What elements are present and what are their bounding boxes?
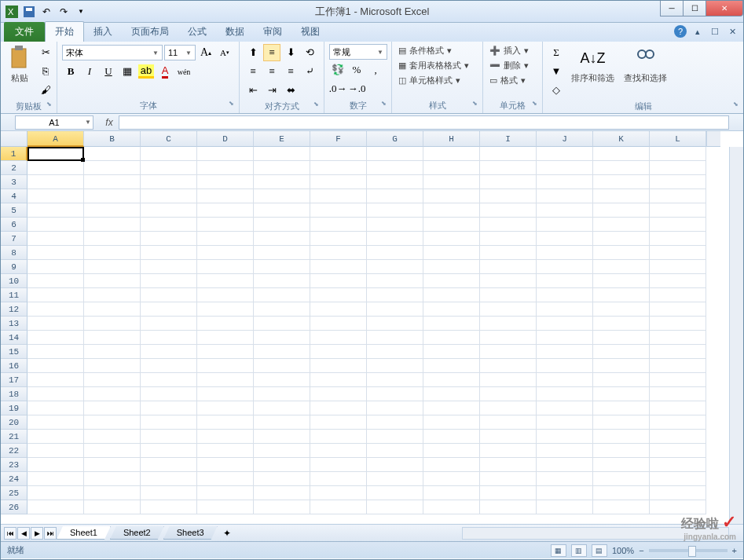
cell[interactable] [27,161,84,175]
excel-icon[interactable]: X [4,4,20,20]
cell[interactable] [310,218,367,232]
cell[interactable] [593,218,650,232]
page-break-view-button[interactable]: ▤ [592,544,607,557]
cell[interactable] [197,274,254,288]
cell[interactable] [537,345,593,359]
cell[interactable] [254,317,310,331]
cell[interactable] [141,175,197,189]
cell[interactable] [537,175,593,189]
shrink-font-button[interactable]: A▾ [216,44,233,61]
cell[interactable] [650,373,706,387]
cell[interactable] [310,373,367,387]
cell[interactable] [197,175,254,189]
cell[interactable] [310,401,367,415]
cell[interactable] [593,175,650,189]
cell[interactable] [197,218,254,232]
cell[interactable] [141,161,197,175]
cell[interactable] [593,430,650,444]
cell[interactable] [254,486,310,500]
cell[interactable] [84,317,141,331]
cell[interactable] [367,302,423,317]
column-header[interactable]: H [423,131,480,147]
grow-font-button[interactable]: A▴ [197,44,214,61]
sheet-tab-2[interactable]: Sheet2 [110,526,164,540]
redo-icon[interactable]: ↷ [56,4,71,20]
cell[interactable] [310,387,367,401]
cell[interactable] [480,302,537,317]
cell[interactable] [27,232,84,246]
cell[interactable] [141,203,197,218]
cell[interactable] [84,500,141,514]
cell[interactable] [537,458,593,472]
cell[interactable] [310,189,367,203]
cell[interactable] [423,175,480,189]
ribbon-minimize-icon[interactable]: ▴ [691,25,704,38]
cell[interactable] [310,274,367,288]
increase-decimal-icon[interactable]: .0→ [329,80,346,97]
cell[interactable] [537,147,593,161]
cell[interactable] [141,189,197,203]
cell[interactable] [480,232,537,246]
row-header[interactable]: 17 [1,373,27,387]
autosum-button[interactable]: Σ [548,44,565,61]
cell[interactable] [423,359,480,373]
cell[interactable] [197,500,254,514]
format-cells-button[interactable]: ▭格式 ▾ [488,74,527,87]
cell[interactable] [197,401,254,415]
cell[interactable] [480,260,537,274]
cell[interactable] [27,458,84,472]
cell[interactable] [254,203,310,218]
cell[interactable] [480,147,537,161]
cell[interactable] [593,260,650,274]
cell[interactable] [197,161,254,175]
column-header[interactable]: F [310,131,367,147]
cell[interactable] [310,500,367,514]
cell[interactable] [593,302,650,317]
font-color-button[interactable]: A [156,63,174,80]
bold-button[interactable]: B [62,63,79,80]
cell[interactable] [423,373,480,387]
cell[interactable] [141,430,197,444]
cell[interactable] [480,359,537,373]
cell[interactable] [254,458,310,472]
column-header[interactable]: C [141,131,197,147]
paste-button[interactable]: 粘贴 [5,44,34,86]
cell[interactable] [27,218,84,232]
cell[interactable] [27,430,84,444]
cell[interactable] [197,458,254,472]
insert-cells-button[interactable]: ➕插入 ▾ [488,44,530,57]
cell[interactable] [197,373,254,387]
cell[interactable] [367,458,423,472]
cell[interactable] [141,331,197,345]
cell[interactable] [141,500,197,514]
cell[interactable] [310,444,367,458]
underline-button[interactable]: U [100,63,117,80]
row-header[interactable]: 1 [1,147,27,161]
tab-page-layout[interactable]: 页面布局 [122,22,178,42]
cell[interactable] [480,415,537,430]
cell[interactable] [423,246,480,260]
cell[interactable] [254,345,310,359]
cell[interactable] [480,203,537,218]
tab-formulas[interactable]: 公式 [178,22,216,42]
row-header[interactable]: 24 [1,472,27,486]
format-painter-icon[interactable]: 🖌 [37,82,54,99]
cell[interactable] [197,387,254,401]
cell[interactable] [423,218,480,232]
cell[interactable] [310,175,367,189]
cell[interactable] [593,288,650,302]
cell[interactable] [141,232,197,246]
cell[interactable] [537,189,593,203]
cell[interactable] [537,401,593,415]
row-header[interactable]: 23 [1,458,27,472]
cell[interactable] [367,444,423,458]
cell[interactable] [84,401,141,415]
cell[interactable] [650,203,706,218]
cell[interactable] [423,203,480,218]
cell[interactable] [480,331,537,345]
cell[interactable] [423,317,480,331]
cell[interactable] [480,430,537,444]
column-header[interactable]: A [27,131,84,147]
find-select-button[interactable]: 查找和选择 [621,44,670,86]
cell[interactable] [650,175,706,189]
